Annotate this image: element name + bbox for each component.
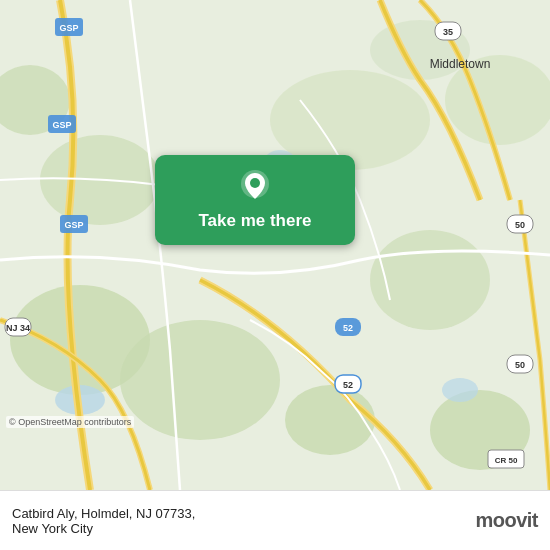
svg-text:NJ 34: NJ 34 <box>6 323 30 333</box>
svg-point-3 <box>370 230 490 330</box>
address-line: Catbird Aly, Holmdel, NJ 07733, <box>12 506 195 521</box>
footer: Catbird Aly, Holmdel, NJ 07733, New York… <box>0 490 550 550</box>
svg-point-36 <box>250 178 260 188</box>
svg-text:52: 52 <box>343 323 353 333</box>
footer-address-block: Catbird Aly, Holmdel, NJ 07733, New York… <box>12 506 195 536</box>
city-line: New York City <box>12 521 195 536</box>
svg-text:CR 50: CR 50 <box>495 456 518 465</box>
svg-point-12 <box>442 378 478 402</box>
svg-text:52: 52 <box>343 380 353 390</box>
svg-text:35: 35 <box>443 27 453 37</box>
map-container: GSP GSP GSP 52 52 35 NJ 34 50 50 CR 50 M… <box>0 0 550 490</box>
svg-text:50: 50 <box>515 360 525 370</box>
osm-attribution: © OpenStreetMap contributors <box>6 416 134 428</box>
svg-text:Middletown: Middletown <box>430 57 491 71</box>
location-pin-icon <box>237 169 273 205</box>
moovit-logo: moovit <box>475 509 538 532</box>
take-me-there-button[interactable]: Take me there <box>155 155 355 245</box>
moovit-wordmark: moovit <box>475 509 538 532</box>
svg-text:GSP: GSP <box>52 120 71 130</box>
svg-text:GSP: GSP <box>59 23 78 33</box>
svg-point-5 <box>285 385 375 455</box>
svg-text:50: 50 <box>515 220 525 230</box>
svg-point-2 <box>120 320 280 440</box>
take-me-there-label: Take me there <box>198 211 311 231</box>
svg-text:GSP: GSP <box>64 220 83 230</box>
